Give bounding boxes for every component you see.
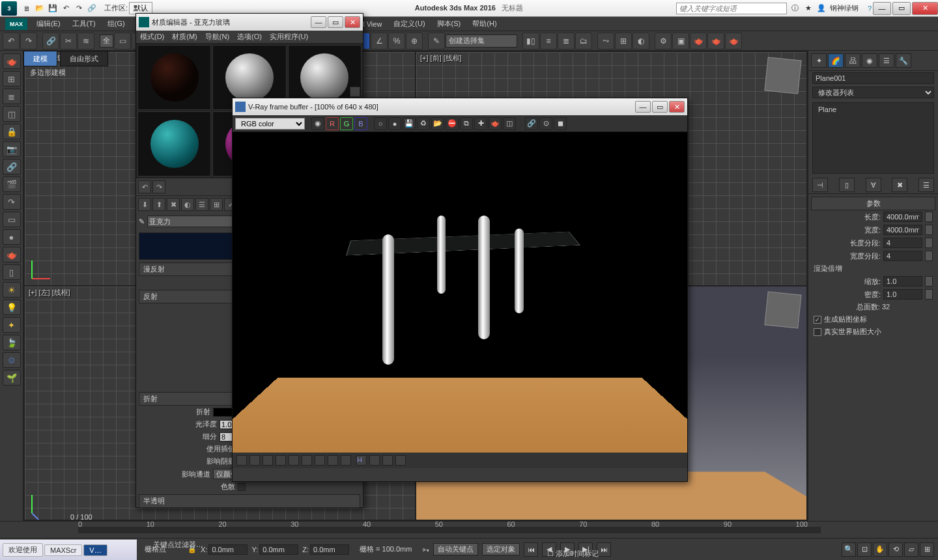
leaf-icon[interactable]: 🍃 <box>3 335 21 350</box>
mated-menu-mode[interactable]: 模式(D) <box>140 32 164 42</box>
sun-icon[interactable]: ☀ <box>3 282 21 298</box>
menu-group[interactable]: 组(G) <box>102 18 130 30</box>
density-input[interactable] <box>883 289 922 300</box>
copy-icon[interactable]: ⧉ <box>460 117 473 130</box>
curve-editor-button[interactable]: ⤳ <box>597 33 614 49</box>
mated-min-button[interactable]: — <box>311 16 326 28</box>
time-slider[interactable] <box>78 527 821 533</box>
wseg-input[interactable] <box>883 251 922 261</box>
mirror-button[interactable]: ▮▯ <box>522 33 539 49</box>
clip-icon[interactable]: 🎬 <box>3 176 21 192</box>
save-icon[interactable]: 💾 <box>47 3 59 14</box>
lock-icon[interactable]: 🔒 <box>3 124 21 139</box>
pin-stack-icon[interactable]: ⊣ <box>812 178 828 192</box>
sphere-icon[interactable]: ● <box>3 229 21 245</box>
vfb-render-view[interactable] <box>233 132 687 453</box>
remove-mod-icon[interactable]: ✖ <box>892 178 907 192</box>
unique-icon[interactable]: ∀ <box>866 178 881 192</box>
blue-channel-button[interactable]: B <box>354 117 367 130</box>
realworld-checkbox[interactable] <box>814 328 821 336</box>
unlink-button[interactable]: ✂ <box>60 33 77 49</box>
mated-max-button[interactable]: ▭ <box>328 16 343 28</box>
pan-icon[interactable]: ✋ <box>873 542 887 557</box>
mono-icon[interactable]: ○ <box>374 117 387 130</box>
mated-menu-util[interactable]: 实用程序(U) <box>270 32 308 42</box>
redo-icon[interactable]: ↷ <box>73 3 85 14</box>
green-channel-button[interactable]: G <box>340 117 353 130</box>
mat-slot-1[interactable] <box>137 45 211 110</box>
cyl-icon[interactable]: ▯ <box>3 264 21 280</box>
selection-set-dropdown[interactable]: 创建选择集 <box>446 35 517 48</box>
vfb-max-button[interactable]: ▭ <box>652 101 668 113</box>
length-input[interactable] <box>883 212 922 222</box>
mated-menu-options[interactable]: 选项(O) <box>237 32 262 42</box>
motion-tab-icon[interactable]: ◉ <box>862 53 877 68</box>
percent-snap-button[interactable]: % <box>388 33 405 49</box>
close-button[interactable]: ✕ <box>912 2 938 15</box>
user-icon[interactable]: 👤 <box>816 3 827 14</box>
gen-mapping-checkbox[interactable]: ✓ <box>814 316 821 324</box>
maxview-icon[interactable]: ⊞ <box>920 542 934 557</box>
selset-dropdown[interactable]: 选定对象 <box>482 543 520 555</box>
material-editor-button[interactable]: ◐ <box>632 33 649 49</box>
user-name[interactable]: 钢神绿钢 <box>830 3 859 13</box>
3dsmax-logo-icon[interactable]: 3 <box>1 1 17 16</box>
menu-tools[interactable]: 工具(T) <box>67 18 101 30</box>
wseg-spinner[interactable] <box>925 251 933 261</box>
keyfilter-button[interactable]: 关键点过滤器… <box>153 540 203 550</box>
z-coord-input[interactable] <box>310 544 349 555</box>
mated-close-button[interactable]: ✕ <box>345 16 360 28</box>
taskbar-maxscr[interactable]: MAXScr <box>44 544 82 556</box>
plant-icon[interactable]: 🌱 <box>3 370 21 385</box>
vray-frame-buffer-window[interactable]: V-Ray frame buffer - [100% of 640 x 480]… <box>232 98 688 482</box>
scale-input[interactable] <box>883 276 922 287</box>
schematic-button[interactable]: ⊞ <box>615 33 632 49</box>
region-render-icon[interactable]: ◫ <box>503 117 516 130</box>
modifier-stack[interactable]: Plane <box>812 102 934 174</box>
undo-icon[interactable]: ↶ <box>60 3 72 14</box>
create-tab-icon[interactable]: ✦ <box>811 53 827 68</box>
scene-explorer-button[interactable]: 🗂 <box>575 33 592 49</box>
open-icon[interactable]: 📂 <box>34 3 46 14</box>
width-input[interactable] <box>883 225 922 235</box>
zoom-icon[interactable]: 🔍 <box>842 542 856 557</box>
orbit-icon[interactable]: ⟲ <box>888 542 903 557</box>
grid-tool-icon[interactable]: ⊞ <box>3 71 21 87</box>
align-button[interactable]: ≡ <box>540 33 557 49</box>
x-coord-input[interactable] <box>208 544 248 555</box>
object-name-input[interactable] <box>812 72 934 84</box>
link-icon[interactable]: 🔗 <box>86 3 98 14</box>
lseg-spinner[interactable] <box>925 238 933 248</box>
modify-tab-icon[interactable]: 🌈 <box>828 53 844 68</box>
redo-button[interactable]: ↷ <box>20 33 37 49</box>
vfb-min-button[interactable]: — <box>635 101 651 113</box>
menu-script[interactable]: 脚本(S) <box>432 18 466 30</box>
key-icon[interactable]: 🗝 <box>422 546 429 553</box>
undo-button[interactable]: ↶ <box>3 33 20 49</box>
ribbon-tab-modeling[interactable]: 建模 <box>23 51 57 66</box>
layers-icon[interactable]: ≣ <box>3 89 21 104</box>
taskbar-welcome[interactable]: 欢迎使用 <box>3 543 43 557</box>
render-setup-button[interactable]: ⚙ <box>655 33 672 49</box>
delete-icon[interactable]: ⛔ <box>446 117 459 130</box>
new-icon[interactable]: 🗎 <box>21 3 33 14</box>
modifier-list-dropdown[interactable]: 修改器列表 <box>812 87 934 98</box>
layers-button[interactable]: ≣ <box>558 33 575 49</box>
params-rollout-header[interactable]: 参数 <box>811 197 935 210</box>
config-icon[interactable]: ☰ <box>918 178 934 192</box>
clone-icon[interactable]: ✚ <box>474 117 487 130</box>
gear-icon[interactable]: ⚙ <box>3 352 21 368</box>
track-bar[interactable]: 0102030405060708090100 <box>0 521 938 538</box>
vfb-channel-select[interactable]: RGB color <box>235 118 305 130</box>
rect-icon[interactable]: ▭ <box>3 212 21 227</box>
show-result-icon[interactable]: ▯ <box>839 178 855 192</box>
link-icon[interactable]: 🔗 <box>525 117 538 130</box>
selection-icon[interactable]: ◫ <box>3 106 21 122</box>
mated-menu-material[interactable]: 材质(M) <box>172 32 197 42</box>
teapot-tool-icon[interactable]: 🫖 <box>3 53 21 69</box>
track-mouse-icon[interactable]: ⊙ <box>539 117 552 130</box>
alpha-icon[interactable]: ● <box>388 117 401 130</box>
light-icon[interactable]: 💡 <box>3 300 21 315</box>
lseg-input[interactable] <box>883 238 922 248</box>
stop-icon[interactable]: ◼ <box>554 117 567 130</box>
